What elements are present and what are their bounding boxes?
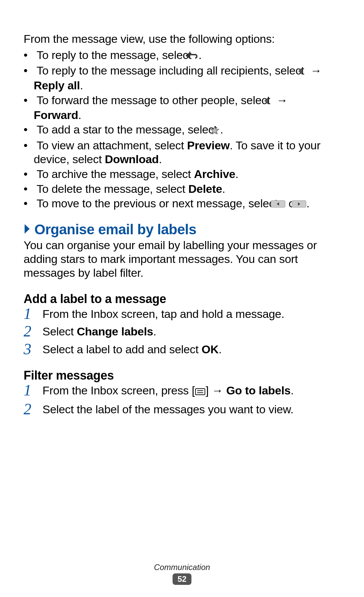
steps-add-label: From the Inbox screen, tap and hold a me… [24, 307, 340, 357]
step: Select the label of the messages you wan… [24, 402, 340, 417]
section-heading: Organise email by labels [24, 221, 340, 238]
option-delete: To delete the message, select Delete. [24, 182, 340, 196]
step: Select a label to add and select OK. [24, 342, 340, 357]
option-archive: To archive the message, select Archive. [24, 167, 340, 181]
step: From the Inbox screen, press [] → Go to … [24, 383, 340, 399]
option-attachment: To view an attachment, select Preview. T… [24, 139, 340, 166]
subheading-add-label: Add a label to a message [24, 292, 340, 306]
page-footer: Communication 52 [0, 563, 364, 585]
intro-text: From the message view, use the following… [24, 32, 340, 46]
manual-page: From the message view, use the following… [0, 0, 364, 597]
option-forward: To forward the message to other people, … [24, 93, 340, 122]
page-number-badge: 52 [173, 573, 191, 585]
subheading-filter: Filter messages [24, 368, 340, 383]
prev-button-icon [281, 198, 285, 211]
chevron-right-icon [24, 223, 31, 236]
options-list: To reply to the message, select . To rep… [24, 48, 340, 212]
option-reply-all: To reply to the message including all re… [24, 64, 340, 92]
svg-rect-2 [195, 389, 205, 395]
option-reply: To reply to the message, select . [24, 48, 340, 63]
option-star: To add a star to the message, select . [24, 123, 340, 138]
step: From the Inbox screen, tap and hold a me… [24, 307, 340, 321]
option-prev-next: To move to the previous or next message,… [24, 197, 340, 211]
section-body: You can organise your email by labelling… [24, 238, 340, 279]
step: Select Change labels. [24, 324, 340, 339]
footer-section-label: Communication [0, 563, 364, 572]
steps-filter: From the Inbox screen, press [] → Go to … [24, 383, 340, 416]
next-button-icon [302, 198, 306, 211]
section-title: Organise email by labels [34, 221, 196, 238]
menu-key-icon [195, 384, 206, 399]
reply-icon [194, 49, 199, 63]
